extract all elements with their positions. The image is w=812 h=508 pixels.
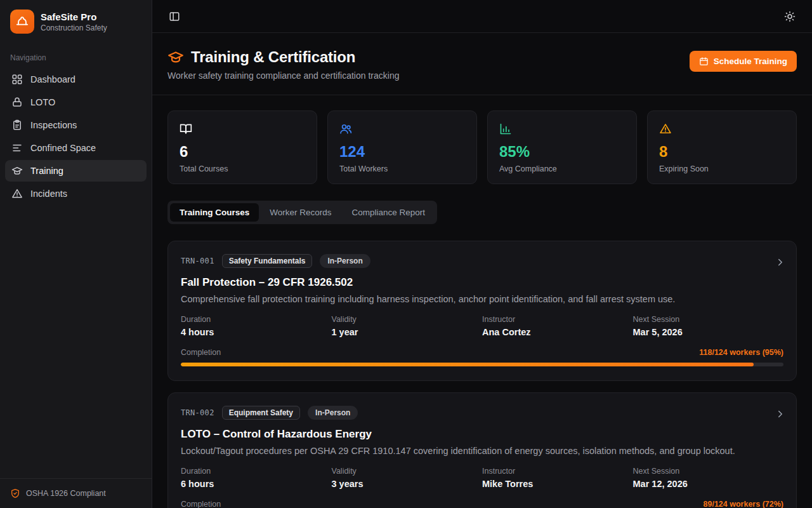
course-field-next-session: Next Session Mar 12, 2026 (633, 467, 784, 489)
chevron-right-icon[interactable] (775, 408, 786, 420)
completion-row: Completion 89/124 workers (72%) (181, 500, 783, 508)
sidebar-item-label: Dashboard (30, 74, 75, 84)
course-card-trn-002[interactable]: TRN-002 Equipment Safety In-Person LOTO … (167, 392, 797, 508)
page-header-text: Training & Certification Worker safety t… (167, 48, 399, 81)
topbar (152, 0, 812, 33)
stat-card-total-workers: 124 Total Workers (327, 110, 477, 184)
app-name: SafeSite Pro (41, 11, 107, 22)
bar-chart-icon (499, 123, 625, 135)
course-fields: Duration 4 hours Validity 1 year Instruc… (181, 315, 783, 337)
lock-icon (11, 97, 23, 108)
course-meta: TRN-002 Equipment Safety In-Person (181, 406, 783, 420)
course-card-trn-001[interactable]: TRN-001 Safety Fundamentals In-Person Fa… (167, 241, 797, 381)
sidebar-item-training[interactable]: Training (5, 160, 147, 182)
course-category-badge: Safety Fundamentals (222, 254, 313, 268)
tab-compliance-report[interactable]: Compliance Report (343, 203, 435, 222)
grid-icon (11, 74, 23, 85)
brand: SafeSite Pro Construction Safety (0, 0, 152, 42)
sidebar-item-label: LOTO (30, 97, 55, 107)
completion-stat: 118/124 workers (95%) (699, 348, 783, 357)
stat-value: 8 (659, 143, 785, 161)
panel-left-icon (169, 11, 180, 22)
stats-row: 6 Total Courses 124 Total Workers (167, 110, 797, 184)
theme-toggle-button[interactable] (780, 7, 799, 26)
completion-row: Completion 118/124 workers (95%) (181, 348, 783, 357)
course-mode-badge: In-Person (320, 254, 370, 268)
course-field-next-session: Next Session Mar 5, 2026 (633, 315, 784, 337)
completion-progress-fill (181, 363, 754, 366)
tab-worker-records[interactable]: Worker Records (260, 203, 341, 222)
stat-value: 124 (339, 143, 465, 161)
course-description: Comprehensive fall protection training i… (181, 294, 783, 304)
app-subtitle: Construction Safety (41, 23, 107, 32)
completion-progress-bar (181, 363, 783, 366)
sidebar-item-loto[interactable]: LOTO (5, 91, 147, 113)
course-field-duration: Duration 4 hours (181, 315, 332, 337)
clipboard-icon (11, 119, 23, 131)
users-icon (339, 123, 465, 135)
stat-card-avg-compliance: 85% Avg Compliance (487, 110, 637, 184)
course-mode-badge: In-Person (308, 406, 358, 420)
graduation-cap-icon (11, 165, 23, 177)
course-field-instructor: Instructor Ana Cortez (482, 315, 633, 337)
sidebar-item-confined-space[interactable]: Confined Space (5, 137, 147, 159)
course-field-validity: Validity 1 year (332, 315, 483, 337)
stat-value: 6 (180, 143, 305, 161)
shield-check-icon (10, 488, 20, 498)
page-content: 6 Total Courses 124 Total Workers (152, 95, 812, 508)
stat-label: Avg Compliance (499, 164, 625, 173)
completion-stat: 89/124 workers (72%) (704, 500, 783, 508)
stat-card-expiring-soon: 8 Expiring Soon (647, 110, 797, 184)
sidebar-item-incidents[interactable]: Incidents (5, 183, 147, 204)
course-field-instructor: Instructor Mike Torres (482, 467, 633, 489)
page-title: Training & Certification (191, 48, 355, 66)
brand-text: SafeSite Pro Construction Safety (41, 11, 107, 32)
compliance-footer-label: OSHA 1926 Compliant (26, 489, 106, 498)
sidebar-toggle-button[interactable] (165, 7, 184, 26)
page-subtitle: Worker safety training compliance and ce… (167, 70, 399, 81)
sidebar-item-dashboard[interactable]: Dashboard (5, 69, 147, 90)
course-category-badge: Equipment Safety (222, 406, 300, 420)
warning-triangle-icon (659, 123, 785, 135)
sidebar-nav: Navigation Dashboard LOTO (0, 42, 152, 206)
sidebar-item-label: Incidents (30, 189, 67, 199)
stat-label: Total Workers (339, 164, 465, 173)
warning-triangle-icon (11, 188, 23, 199)
stat-label: Expiring Soon (659, 164, 785, 173)
sun-icon (784, 11, 796, 22)
open-book-icon (180, 123, 305, 135)
schedule-training-button[interactable]: Schedule Training (690, 51, 797, 72)
tab-bar: Training Courses Worker Records Complian… (167, 201, 437, 224)
sidebar-item-label: Confined Space (30, 143, 96, 153)
chevron-right-icon[interactable] (775, 257, 786, 268)
compliance-footer: OSHA 1926 Compliant (0, 478, 152, 508)
course-field-validity: Validity 3 years (332, 467, 483, 489)
stat-label: Total Courses (180, 164, 305, 173)
tab-training-courses[interactable]: Training Courses (170, 203, 259, 222)
course-meta: TRN-001 Safety Fundamentals In-Person (181, 254, 783, 268)
course-description: Lockout/Tagout procedures per OSHA 29 CF… (181, 446, 783, 456)
hard-hat-logo-icon (10, 10, 34, 34)
sidebar-item-label: Training (30, 166, 63, 176)
course-title: Fall Protection – 29 CFR 1926.502 (181, 276, 783, 289)
sidebar-item-inspections[interactable]: Inspections (5, 114, 147, 136)
calendar-icon (699, 57, 709, 66)
stat-value: 85% (499, 143, 625, 161)
nav-section-label: Navigation (0, 42, 152, 67)
graduation-cap-icon (167, 49, 184, 65)
course-id: TRN-002 (181, 408, 214, 417)
sidebar-item-label: Inspections (30, 120, 77, 130)
course-field-duration: Duration 6 hours (181, 467, 332, 489)
course-id: TRN-001 (181, 257, 214, 265)
course-title: LOTO – Control of Hazardous Energy (181, 428, 783, 441)
schedule-training-label: Schedule Training (714, 57, 787, 66)
page-header: Training & Certification Worker safety t… (152, 33, 812, 95)
course-fields: Duration 6 hours Validity 3 years Instru… (181, 467, 783, 489)
lines-icon (11, 142, 23, 154)
stat-card-total-courses: 6 Total Courses (167, 110, 317, 184)
main-area: Training & Certification Worker safety t… (152, 0, 812, 508)
sidebar: SafeSite Pro Construction Safety Navigat… (0, 0, 152, 508)
